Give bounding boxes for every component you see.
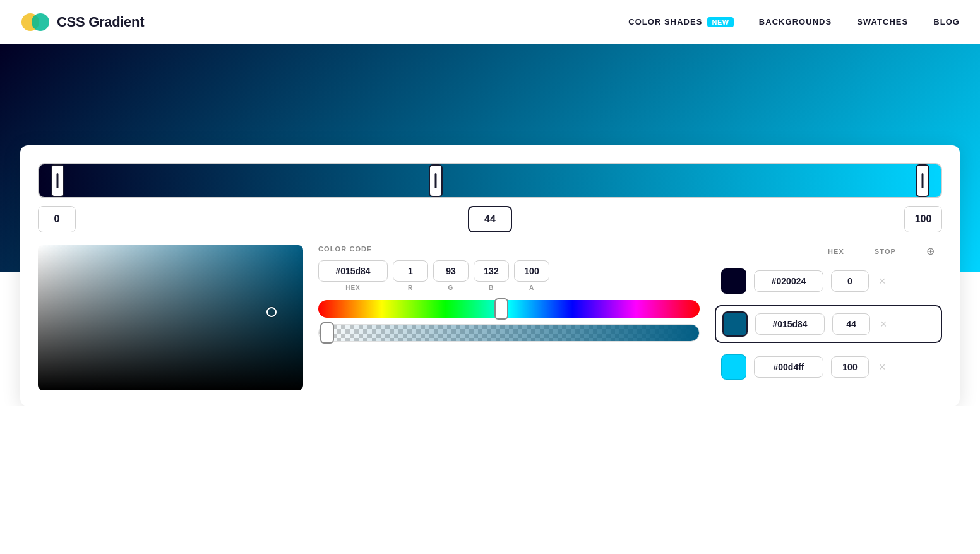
alpha-slider[interactable] xyxy=(318,324,700,342)
hue-slider[interactable] xyxy=(318,300,700,318)
b-input-group: B xyxy=(474,260,509,291)
gradient-handle-center[interactable] xyxy=(429,164,443,197)
b-label: B xyxy=(489,284,494,291)
hex-input[interactable] xyxy=(318,260,388,282)
sl-picker[interactable] xyxy=(38,245,303,390)
stop-input-left[interactable] xyxy=(38,206,76,232)
color-stop-pos-3[interactable] xyxy=(831,356,869,378)
color-stop-row-3: × xyxy=(715,349,942,385)
nav-backgrounds[interactable]: BACKGROUNDS xyxy=(759,17,832,27)
hex-column-label: HEX xyxy=(828,248,844,255)
color-stop-row-2: × xyxy=(715,305,942,343)
nav-links: COLOR SHADES NEW BACKGROUNDS SWATCHES BL… xyxy=(628,17,960,27)
alpha-slider-wrap xyxy=(318,324,700,342)
hex-label: HEX xyxy=(345,284,361,291)
svg-point-1 xyxy=(32,13,49,31)
hex-input-group: HEX xyxy=(318,260,388,291)
color-code-label: COLOR CODE xyxy=(318,245,700,253)
gradient-bar[interactable] xyxy=(38,163,942,198)
g-input[interactable] xyxy=(433,260,469,282)
color-stop-pos-2[interactable] xyxy=(832,313,870,335)
color-stop-hex-1[interactable] xyxy=(754,270,823,292)
delete-stop-1[interactable]: × xyxy=(876,272,888,291)
nav-swatches[interactable]: SWATCHES xyxy=(857,17,908,27)
b-input[interactable] xyxy=(474,260,509,282)
a-label: A xyxy=(529,284,534,291)
color-stop-hex-3[interactable] xyxy=(754,356,823,378)
gradient-handle-right[interactable] xyxy=(916,164,929,197)
tool-panel: COLOR CODE HEX R G B xyxy=(20,145,960,406)
r-input-group: R xyxy=(393,260,428,291)
hue-thumb[interactable] xyxy=(494,298,508,320)
hue-slider-wrap xyxy=(318,300,700,318)
r-label: R xyxy=(408,284,413,291)
color-stop-swatch-2[interactable] xyxy=(722,311,748,337)
logo-text: CSS Gradient xyxy=(57,14,144,30)
gradient-handle-left[interactable] xyxy=(51,164,64,197)
stops-header: HEX STOP ⊕ xyxy=(715,245,942,257)
stop-input-right[interactable] xyxy=(904,206,942,232)
alpha-thumb[interactable] xyxy=(320,322,334,344)
delete-stop-2[interactable]: × xyxy=(878,315,890,334)
color-stop-hex-2[interactable] xyxy=(755,313,825,335)
color-stop-row-1: × xyxy=(715,263,942,299)
logo-icon xyxy=(20,7,51,37)
delete-stop-3[interactable]: × xyxy=(876,358,888,376)
stop-column-label: STOP xyxy=(875,248,896,255)
g-input-group: G xyxy=(433,260,469,291)
color-stop-pos-1[interactable] xyxy=(831,270,869,292)
stop-positions xyxy=(38,206,942,232)
color-inputs-row: HEX R G B A xyxy=(318,260,700,291)
color-code-panel: COLOR CODE HEX R G B xyxy=(318,245,700,342)
color-stop-swatch-3[interactable] xyxy=(721,354,746,380)
nav-blog[interactable]: BLOG xyxy=(933,17,960,27)
a-input-group: A xyxy=(514,260,549,291)
r-input[interactable] xyxy=(393,260,428,282)
navbar: CSS Gradient COLOR SHADES NEW BACKGROUND… xyxy=(0,0,980,44)
color-stop-swatch-1[interactable] xyxy=(721,268,746,294)
color-stops-panel: HEX STOP ⊕ × × xyxy=(715,245,942,391)
gradient-slider-container xyxy=(38,163,942,232)
sl-cursor[interactable] xyxy=(266,307,277,317)
logo-area: CSS Gradient xyxy=(20,7,628,37)
a-input[interactable] xyxy=(514,260,549,282)
color-controls: COLOR CODE HEX R G B xyxy=(38,245,942,391)
globe-icon[interactable]: ⊕ xyxy=(926,245,935,257)
g-label: G xyxy=(448,284,454,291)
new-badge: NEW xyxy=(707,17,733,27)
nav-color-shades[interactable]: COLOR SHADES NEW xyxy=(628,17,734,27)
stop-input-center[interactable] xyxy=(468,206,512,232)
